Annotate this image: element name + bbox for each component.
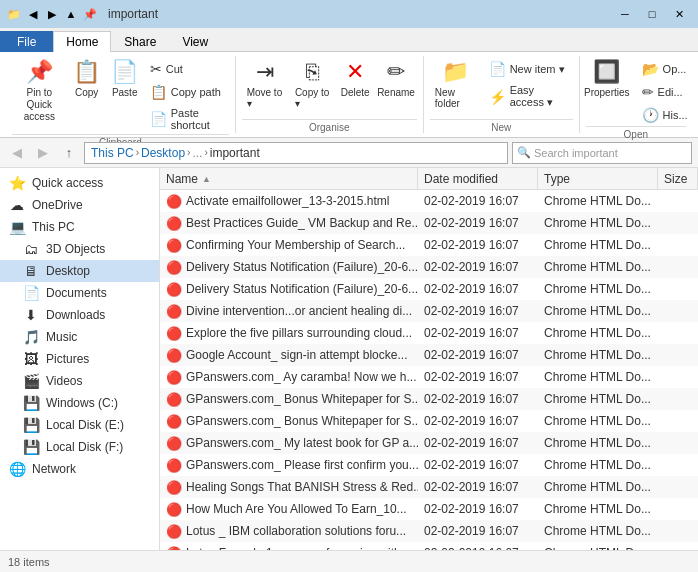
search-bar[interactable]: 🔍 Search important <box>512 142 692 164</box>
sidebar-item-documents[interactable]: 📄 Documents <box>0 282 159 304</box>
table-row[interactable]: 🔴 Best Practices Guide_ VM Backup and Re… <box>160 212 698 234</box>
cut-button[interactable]: ✂ Cut <box>145 58 229 80</box>
up-button[interactable]: ↑ <box>58 142 80 164</box>
sidebar-label-desktop: Desktop <box>46 264 90 278</box>
tab-file[interactable]: File <box>0 31 53 52</box>
breadcrumb-middle[interactable]: ... <box>192 146 202 160</box>
easy-access-button[interactable]: ⚡ Easy access ▾ <box>484 81 573 112</box>
history-label: His... <box>663 109 688 121</box>
close-button[interactable]: ✕ <box>666 4 692 24</box>
open-button[interactable]: 📂 Op... <box>637 58 693 80</box>
col-header-size[interactable]: Size <box>658 168 698 189</box>
pictures-icon: 🖼 <box>22 351 40 367</box>
organise-group-label: Organise <box>242 119 417 133</box>
sidebar-item-music[interactable]: 🎵 Music <box>0 326 159 348</box>
tab-view[interactable]: View <box>169 31 221 52</box>
sidebar-item-onedrive[interactable]: ☁ OneDrive <box>0 194 159 216</box>
file-name: Explore the five pillars surrounding clo… <box>186 326 412 340</box>
new-item-button[interactable]: 📄 New item ▾ <box>484 58 573 80</box>
table-row[interactable]: 🔴 Lotus _ IBM collaboration solutions fo… <box>160 520 698 542</box>
up-arrow-icon: ▲ <box>63 6 79 22</box>
table-row[interactable]: 🔴 GPanswers.com_ Bonus Whitepaper for S.… <box>160 388 698 410</box>
sidebar-item-desktop[interactable]: 🖥 Desktop <box>0 260 159 282</box>
windows-c-icon: 💾 <box>22 395 40 411</box>
copy-to-button[interactable]: ⎘ Copy to ▾ <box>290 56 335 112</box>
history-button[interactable]: 🕐 His... <box>637 104 693 126</box>
properties-button[interactable]: 🔲 Properties <box>579 56 635 101</box>
delete-button[interactable]: ✕ Delete <box>337 56 373 101</box>
properties-icon: 🔲 <box>593 59 620 85</box>
sidebar-item-quick-access[interactable]: ⭐ Quick access <box>0 172 159 194</box>
file-icon: 🔴 <box>166 216 182 231</box>
table-row[interactable]: 🔴 GPanswers.com_ Please first confirm yo… <box>160 454 698 476</box>
table-row[interactable]: 🔴 GPanswers.com_ Bonus Whitepaper for S.… <box>160 410 698 432</box>
file-date-cell: 02-02-2019 16:07 <box>418 324 538 342</box>
sidebar-item-local-f[interactable]: 💾 Local Disk (F:) <box>0 436 159 458</box>
minimize-button[interactable]: ─ <box>612 4 638 24</box>
col-header-date[interactable]: Date modified <box>418 168 538 189</box>
file-icon: 🔴 <box>166 348 182 363</box>
table-row[interactable]: 🔴 Explore the five pillars surrounding c… <box>160 322 698 344</box>
pin-to-quick-access-button[interactable]: 📌 Pin to Quickaccess <box>12 56 67 126</box>
edit-button[interactable]: ✏ Edi... <box>637 81 693 103</box>
file-name-cell: 🔴 GPanswers.com_ Bonus Whitepaper for S.… <box>160 390 418 409</box>
forward-button[interactable]: ▶ <box>32 142 54 164</box>
table-row[interactable]: 🔴 Google Account_ sign-in attempt blocke… <box>160 344 698 366</box>
sidebar-item-network[interactable]: 🌐 Network <box>0 458 159 480</box>
table-row[interactable]: 🔴 Confirming Your Membership of Search..… <box>160 234 698 256</box>
ribbon-group-organise: ⇥ Move to ▾ ⎘ Copy to ▾ ✕ Delete ✏ Renam… <box>236 56 424 133</box>
sidebar-label-videos: Videos <box>46 374 82 388</box>
table-row[interactable]: 🔴 Healing Songs That BANISH Stress & Red… <box>160 476 698 498</box>
breadcrumb-bar[interactable]: This PC › Desktop › ... › important <box>84 142 508 164</box>
file-name-cell: 🔴 Google Account_ sign-in attempt blocke… <box>160 346 418 365</box>
ribbon-group-new: 📁 New folder 📄 New item ▾ ⚡ Easy access … <box>424 56 580 133</box>
sidebar-item-pictures[interactable]: 🖼 Pictures <box>0 348 159 370</box>
breadcrumb-this-pc[interactable]: This PC <box>91 146 134 160</box>
paste-icon: 📄 <box>111 59 138 85</box>
table-row[interactable]: 🔴 Delivery Status Notification (Failure)… <box>160 256 698 278</box>
table-row[interactable]: 🔴 Delivery Status Notification (Failure)… <box>160 278 698 300</box>
table-row[interactable]: 🔴 How Much Are You Allowed To Earn_10...… <box>160 498 698 520</box>
sidebar-item-windows-c[interactable]: 💾 Windows (C:) <box>0 392 159 414</box>
sidebar-item-downloads[interactable]: ⬇ Downloads <box>0 304 159 326</box>
file-date-cell: 02-02-2019 16:07 <box>418 478 538 496</box>
sidebar-label-onedrive: OneDrive <box>32 198 83 212</box>
local-e-icon: 💾 <box>22 417 40 433</box>
table-row[interactable]: 🔴 Activate emailfollower_13-3-2015.html … <box>160 190 698 212</box>
paste-shortcut-button[interactable]: 📄 Paste shortcut <box>145 104 229 134</box>
sidebar-item-local-e[interactable]: 💾 Local Disk (E:) <box>0 414 159 436</box>
file-name: Google Account_ sign-in attempt blocke..… <box>186 348 407 362</box>
table-row[interactable]: 🔴 GPanswers.com_ My latest book for GP a… <box>160 432 698 454</box>
new-folder-label: New folder <box>435 87 477 109</box>
file-date-cell: 02-02-2019 16:07 <box>418 544 538 550</box>
sidebar-item-3d-objects[interactable]: 🗂 3D Objects <box>0 238 159 260</box>
copy-button[interactable]: 📋 Copy <box>69 56 105 101</box>
sidebar-label-music: Music <box>46 330 77 344</box>
back-button[interactable]: ◀ <box>6 142 28 164</box>
move-to-button[interactable]: ⇥ Move to ▾ <box>242 56 288 112</box>
maximize-button[interactable]: □ <box>639 4 665 24</box>
table-row[interactable]: 🔴 GPanswers.com_ Ay caramba! Now we h...… <box>160 366 698 388</box>
file-date-cell: 02-02-2019 16:07 <box>418 346 538 364</box>
ribbon: 📌 Pin to Quickaccess 📋 Copy 📄 Paste ✂ Cu… <box>0 52 698 138</box>
item-count: 18 items <box>8 556 50 568</box>
file-name-cell: 🔴 Activate emailfollower_13-3-2015.html <box>160 192 418 211</box>
table-row[interactable]: 🔴 Divine intervention...or ancient heali… <box>160 300 698 322</box>
file-size-cell <box>658 199 698 203</box>
col-header-type[interactable]: Type <box>538 168 658 189</box>
breadcrumb-desktop[interactable]: Desktop <box>141 146 185 160</box>
tab-home[interactable]: Home <box>53 31 111 52</box>
file-date-cell: 02-02-2019 16:07 <box>418 522 538 540</box>
new-folder-button[interactable]: 📁 New folder <box>430 56 482 112</box>
paste-button[interactable]: 📄 Paste <box>107 56 143 101</box>
sidebar-item-this-pc[interactable]: 💻 This PC <box>0 216 159 238</box>
sidebar-item-videos[interactable]: 🎬 Videos <box>0 370 159 392</box>
tab-share[interactable]: Share <box>111 31 169 52</box>
copy-path-button[interactable]: 📋 Copy path <box>145 81 229 103</box>
file-size-cell <box>658 375 698 379</box>
sidebar-label-local-e: Local Disk (E:) <box>46 418 124 432</box>
rename-button[interactable]: ✏ Rename <box>375 56 417 101</box>
title-bar-icons: 📁 ◀ ▶ ▲ 📌 <box>6 6 98 22</box>
table-row[interactable]: 🔴 Lotus Formula 1 gears up for racing wi… <box>160 542 698 550</box>
col-header-name[interactable]: Name ▲ <box>160 168 418 189</box>
